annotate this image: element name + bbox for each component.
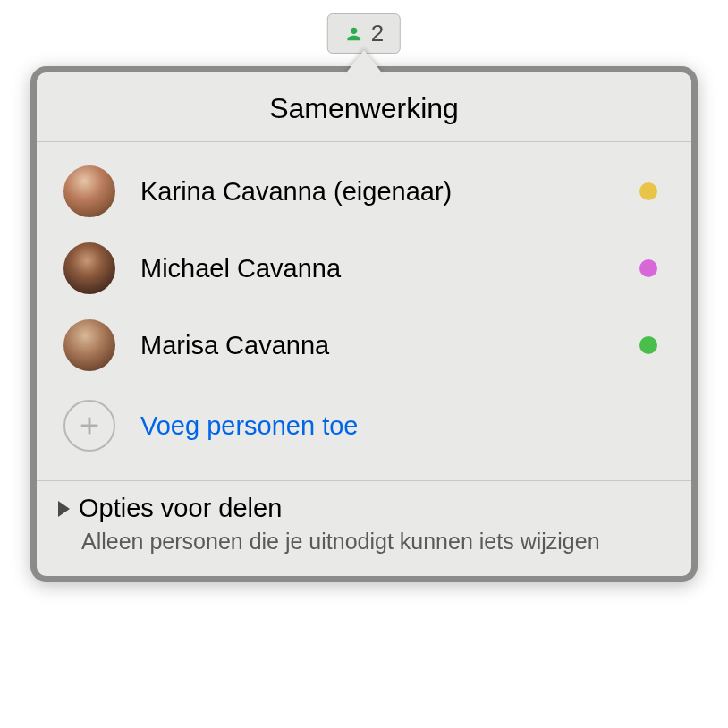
avatar — [63, 242, 115, 294]
share-options-title: Opties voor delen — [79, 494, 282, 523]
avatar — [63, 165, 115, 217]
collaboration-popover: Samenwerking Karina Cavanna (eigenaar) M… — [30, 66, 698, 582]
participant-row[interactable]: Marisa Cavanna — [37, 307, 691, 384]
status-dot — [639, 259, 657, 277]
chevron-right-icon — [58, 501, 70, 517]
participant-name: Marisa Cavanna — [140, 331, 639, 360]
status-dot — [639, 182, 657, 200]
popover-title: Samenwerking — [37, 92, 691, 125]
avatar — [63, 319, 115, 371]
participant-row[interactable]: Michael Cavanna — [37, 230, 691, 307]
status-dot — [639, 336, 657, 354]
participant-row[interactable]: Karina Cavanna (eigenaar) — [37, 153, 691, 230]
popover-header: Samenwerking — [37, 72, 691, 142]
share-options-subtitle: Alleen personen die je uitnodigt kunnen … — [81, 527, 666, 556]
popover-arrow — [344, 50, 384, 75]
add-people-label: Voeg personen toe — [140, 411, 358, 441]
add-people-button[interactable]: Voeg personen toe — [37, 384, 691, 471]
participant-name: Michael Cavanna — [140, 254, 639, 284]
participant-name: Karina Cavanna (eigenaar) — [140, 177, 639, 207]
plus-icon — [63, 400, 115, 452]
participants-list: Karina Cavanna (eigenaar) Michael Cavann… — [37, 142, 691, 481]
collaborator-count: 2 — [371, 20, 384, 47]
share-options-row[interactable]: Opties voor delen Alleen personen die je… — [37, 481, 691, 576]
share-options-header: Opties voor delen — [58, 494, 666, 523]
person-icon — [344, 24, 364, 44]
collaboration-button[interactable]: 2 — [327, 13, 401, 54]
